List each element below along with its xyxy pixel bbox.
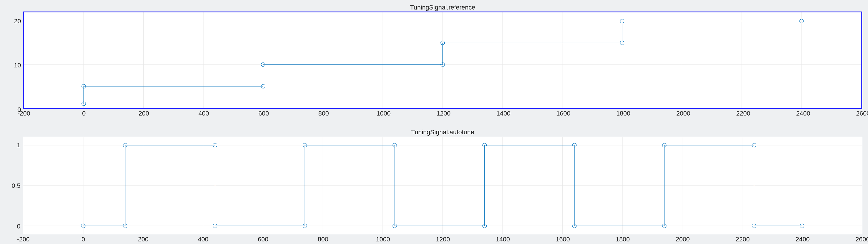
x-tick-label: 2200 (736, 110, 750, 117)
x-tick-label: 200 (138, 110, 149, 117)
axes-reference[interactable]: TuningSignal.reference -2000200400600800… (23, 11, 862, 109)
plot-area (23, 137, 862, 234)
x-tick-label: 600 (258, 236, 269, 243)
y-tick-label: 10 (14, 62, 21, 69)
figure: TuningSignal.reference -2000200400600800… (0, 0, 868, 244)
x-tick-label: 2400 (796, 236, 810, 243)
x-tick-label: 2200 (736, 236, 750, 243)
y-tick-label: 0 (17, 223, 21, 230)
x-tick-label: 1000 (376, 236, 390, 243)
y-tick-label: 20 (14, 18, 21, 25)
x-tick-label: 600 (258, 110, 269, 117)
x-tick-label: 2600 (856, 110, 868, 117)
axes-title: TuningSignal.autotune (23, 129, 862, 136)
x-tick-label: 2000 (676, 236, 690, 243)
x-tick-label: 0 (82, 110, 86, 117)
x-tick-label: 1200 (436, 236, 450, 243)
x-tick-label: 2000 (676, 110, 690, 117)
x-tick-label: 2600 (856, 236, 868, 243)
x-tick-label: 1400 (496, 110, 510, 117)
y-tick-label: 0 (18, 106, 21, 113)
x-tick-label: 0 (82, 236, 85, 243)
x-tick-label: 200 (138, 236, 149, 243)
y-tick-label: 0.5 (11, 182, 21, 190)
x-tick-label: 400 (198, 236, 208, 243)
x-tick-label: 1800 (616, 110, 630, 117)
plot-area (24, 12, 861, 108)
x-tick-label: 1400 (496, 236, 510, 243)
x-tick-label: 1600 (556, 236, 570, 243)
x-tick-label: 1000 (376, 110, 391, 117)
x-tick-label: 1600 (556, 110, 570, 117)
x-tick-label: 2400 (796, 110, 810, 117)
axes-autotune[interactable]: TuningSignal.autotune -20002004006008001… (23, 137, 862, 234)
x-tick-label: 800 (318, 110, 329, 117)
x-tick-label: 1800 (616, 236, 630, 243)
x-tick-label: -200 (17, 236, 30, 243)
y-tick-label: 1 (17, 141, 21, 149)
x-tick-label: 400 (198, 110, 209, 117)
x-tick-label: 800 (318, 236, 329, 243)
axes-title: TuningSignal.reference (24, 4, 861, 11)
x-tick-label: 1200 (437, 110, 451, 117)
